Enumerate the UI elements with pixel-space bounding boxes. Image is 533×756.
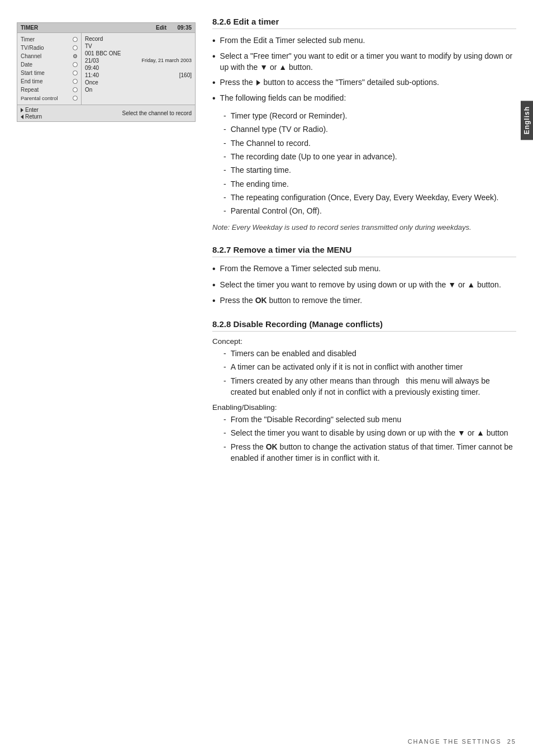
bullet-827-3: Press the OK button to remove the timer. bbox=[212, 295, 516, 307]
tv-menu-left-col: Timer TV/Radio Channel ⚙ Date Start time bbox=[17, 33, 82, 105]
page-footer: CHANGE THE SETTINGS 25 bbox=[408, 738, 516, 745]
play-icon bbox=[256, 80, 260, 86]
dash-828-c3: Timers created by any other means than t… bbox=[223, 375, 516, 398]
tv-menu-right-row-date: 21/03Friday, 21 march 2003 bbox=[85, 57, 192, 64]
dash-826-5: The starting time. bbox=[223, 164, 516, 176]
dash-828-c2: A timer can be activated only if it is n… bbox=[223, 361, 516, 372]
tv-menu-right-row-once: Once bbox=[85, 79, 192, 86]
dash-826-8: Parental Control (On, Off). bbox=[223, 205, 516, 216]
section-827: 8.2.7 Remove a timer via the MENU From t… bbox=[212, 245, 516, 307]
triangle-right-icon bbox=[21, 108, 23, 112]
tv-menu-panel: TIMER Edit 09:35 Timer TV/Radio Channel bbox=[17, 22, 196, 122]
concept-label: Concept: bbox=[212, 337, 516, 346]
bullet-826-1: From the Edit a Timer selected sub menu. bbox=[212, 35, 516, 47]
tv-menu-footer: Enter Return Select the channel to recor… bbox=[17, 105, 195, 121]
section-828-concept-dashes: Timers can be enabled and disabled A tim… bbox=[223, 348, 516, 398]
section-828-enabling-dashes: From the "Disable Recording" selected su… bbox=[223, 414, 516, 464]
dash-826-4: The recording date (Up to one year in ad… bbox=[223, 151, 516, 162]
dash-828-c1: Timers can be enabled and disabled bbox=[223, 348, 516, 359]
tv-menu-title: TIMER bbox=[21, 25, 38, 31]
dash-826-7: The repeating configuration (Once, Every… bbox=[223, 192, 516, 203]
tv-menu-body: Timer TV/Radio Channel ⚙ Date Start time bbox=[17, 33, 195, 105]
radio-endtime bbox=[73, 79, 78, 84]
dash-828-e2: Select the timer you want to disable by … bbox=[223, 427, 516, 438]
tv-menu-right-col: Record TV 001 BBC ONE 21/03Friday, 21 ma… bbox=[82, 33, 195, 105]
nav-items: Enter Return bbox=[21, 107, 42, 120]
section-828-heading: 8.2.8 Disable Recording (Manage conflict… bbox=[212, 319, 516, 332]
section-826-heading: 8.2.6 Edit a timer bbox=[212, 17, 516, 29]
tv-menu-row-endtime: End time bbox=[17, 77, 81, 86]
tv-menu-right-row-endtime: 11:40[160] bbox=[85, 72, 192, 79]
english-tab: English bbox=[521, 101, 533, 140]
radio-starttime bbox=[73, 70, 78, 75]
triangle-left-icon bbox=[21, 115, 23, 119]
section-826-bullets: From the Edit a Timer selected sub menu.… bbox=[212, 35, 516, 105]
radio-tvradio bbox=[73, 45, 78, 50]
section-826-dashes: Timer type (Record or Reminder). Channel… bbox=[223, 110, 516, 216]
right-panel: 8.2.6 Edit a timer From the Edit a Timer… bbox=[212, 17, 516, 475]
tv-menu-right-row-record: Record bbox=[85, 35, 192, 42]
nav-enter: Enter bbox=[21, 107, 42, 113]
tv-menu-row-starttime: Start time bbox=[17, 69, 81, 77]
tv-menu-edit-label: Edit 09:35 bbox=[156, 25, 192, 31]
settings-icon: ⚙ bbox=[73, 53, 78, 59]
tv-menu-row-timer: Timer bbox=[17, 35, 81, 44]
tv-menu-right-row-channel: 001 BBC ONE bbox=[85, 50, 192, 57]
bullet-826-2: Select a "Free timer" you want to edit o… bbox=[212, 50, 516, 73]
section-827-heading: 8.2.7 Remove a timer via the MENU bbox=[212, 245, 516, 257]
bullet-826-3: Press the button to access the "Timers" … bbox=[212, 77, 516, 89]
dash-828-e1: From the "Disable Recording" selected su… bbox=[223, 414, 516, 425]
dash-826-3: The Channel to record. bbox=[223, 138, 516, 149]
tv-menu-right-row-on: On bbox=[85, 86, 192, 93]
bullet-826-4: The following fields can be modified: bbox=[212, 92, 516, 105]
tv-menu: TIMER Edit 09:35 Timer TV/Radio Channel bbox=[17, 22, 196, 122]
footer-hint: Select the channel to record bbox=[122, 110, 192, 116]
bullet-827-1: From the Remove a Timer selected sub men… bbox=[212, 263, 516, 275]
enabling-label: Enabling/Disabling: bbox=[212, 403, 516, 412]
tv-menu-header: TIMER Edit 09:35 bbox=[17, 23, 195, 33]
tv-menu-row-repeat: Repeat bbox=[17, 86, 81, 94]
section-828: 8.2.8 Disable Recording (Manage conflict… bbox=[212, 319, 516, 464]
section-827-bullets: From the Remove a Timer selected sub men… bbox=[212, 263, 516, 307]
tv-menu-right-row-starttime: 09:40 bbox=[85, 64, 192, 72]
dash-826-1: Timer type (Record or Reminder). bbox=[223, 110, 516, 121]
tv-menu-row-channel: Channel ⚙ bbox=[17, 52, 81, 60]
tv-menu-right-row-tv: TV bbox=[85, 42, 192, 50]
radio-parental bbox=[73, 96, 78, 101]
radio-repeat bbox=[73, 87, 78, 92]
section-826: 8.2.6 Edit a timer From the Edit a Timer… bbox=[212, 17, 516, 233]
nav-return: Return bbox=[21, 114, 42, 120]
dash-826-2: Channel type (TV or Radio). bbox=[223, 124, 516, 135]
radio-timer bbox=[73, 37, 78, 42]
bullet-827-2: Select the timer you want to remove by u… bbox=[212, 279, 516, 291]
dash-828-e3: Press the OK button to change the activa… bbox=[223, 441, 516, 464]
tv-menu-row-parental: Parental control bbox=[17, 94, 81, 102]
radio-date bbox=[73, 62, 78, 67]
tv-menu-row-date: Date bbox=[17, 60, 81, 69]
section-826-note: Note: Every Weekday is used to record se… bbox=[212, 223, 516, 233]
dash-826-6: The ending time. bbox=[223, 178, 516, 190]
tv-menu-row-tvradio: TV/Radio bbox=[17, 44, 81, 52]
